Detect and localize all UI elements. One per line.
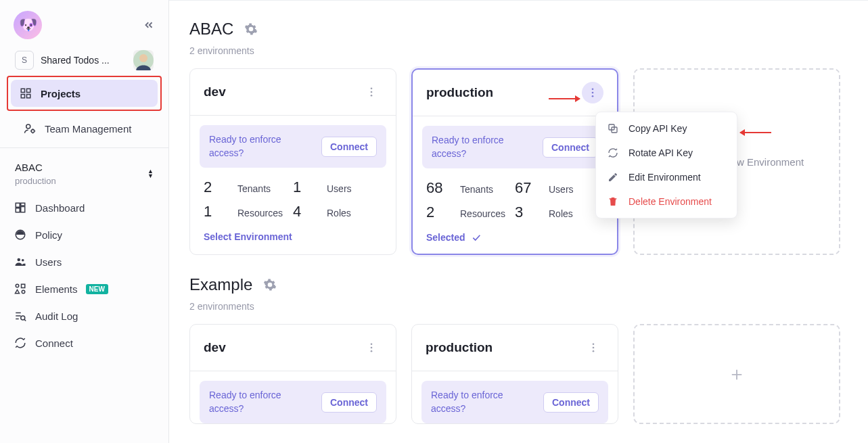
svg-rect-16 [22, 284, 25, 287]
svg-point-32 [371, 350, 373, 352]
selected-indicator: Selected [426, 232, 603, 243]
sidebar-item-policy[interactable]: Policy [5, 221, 163, 248]
connect-button[interactable]: Connect [321, 392, 377, 413]
sidebar-item-audit-log[interactable]: Audit Log [5, 302, 163, 329]
project-subtitle: 2 environments [189, 45, 848, 56]
stat-resources-value: 1 [204, 203, 227, 220]
sidebar-item-label: Dashboard [35, 202, 85, 214]
sidebar-item-projects[interactable]: Projects [11, 80, 158, 107]
check-icon [471, 232, 482, 243]
sidebar-item-label: Audit Log [35, 310, 78, 322]
sync-icon [14, 336, 27, 350]
environment-more-button[interactable] [582, 82, 603, 103]
svg-point-31 [371, 347, 373, 349]
elements-icon [14, 282, 27, 296]
menu-item-copy-api-key[interactable]: Copy API Key [596, 116, 737, 141]
workspace-selector[interactable]: S Shared Todos ... [9, 46, 159, 78]
trash-icon [607, 196, 619, 207]
menu-item-edit-environment[interactable]: Edit Environment [596, 165, 737, 189]
sidebar-item-connect[interactable]: Connect [5, 329, 163, 356]
menu-item-label: Delete Environment [629, 196, 712, 207]
stat-roles-value: 3 [515, 204, 538, 221]
sidebar-item-label: Team Management [45, 123, 131, 135]
svg-point-18 [22, 290, 25, 294]
stat-users-value: 1 [293, 179, 316, 196]
project-settings-button[interactable] [263, 278, 277, 292]
workspace-initial-badge: S [15, 51, 34, 70]
team-settings-icon [23, 122, 37, 135]
svg-rect-8 [16, 203, 20, 207]
app-logo[interactable] [14, 11, 42, 39]
project-settings-button[interactable] [244, 22, 258, 36]
workspace-name: Shared Todos ... [41, 55, 127, 66]
policy-icon [14, 228, 27, 241]
stat-roles-value: 4 [293, 203, 316, 220]
collapse-sidebar-button[interactable] [143, 19, 155, 31]
svg-rect-9 [21, 203, 25, 206]
new-environment-card[interactable]: ＋ [633, 324, 840, 424]
enforce-text: Ready to enforce access? [209, 133, 315, 160]
stat-label: Resources [460, 208, 505, 219]
menu-item-rotate-api-key[interactable]: Rotate API Key [596, 141, 737, 165]
sidebar-item-label: Connect [35, 337, 73, 349]
annotation-arrow [549, 98, 580, 99]
menu-item-label: Rotate API Key [629, 147, 693, 158]
sidebar-item-elements[interactable]: Elements NEW [5, 275, 163, 302]
svg-point-27 [592, 88, 594, 90]
plus-icon: ＋ [727, 361, 746, 387]
stat-resources-value: 2 [426, 204, 449, 221]
rotate-icon [607, 147, 619, 158]
avatar[interactable] [133, 50, 154, 70]
environment-more-button[interactable] [361, 337, 382, 358]
environment-card: dev Ready to enforce access? Connect [189, 324, 396, 424]
stat-label: Users [327, 183, 352, 194]
connect-button[interactable]: Connect [321, 137, 377, 157]
environment-card: dev Ready to enforce access? Connect 2Te… [189, 68, 396, 255]
svg-point-22 [21, 316, 25, 320]
annotation-highlight: Projects [7, 76, 162, 111]
environment-more-button[interactable] [361, 81, 382, 103]
connect-button[interactable]: Connect [543, 137, 598, 158]
svg-point-34 [593, 347, 595, 349]
environment-card: production Ready to enforce access? Conn… [411, 68, 618, 255]
menu-item-delete-environment[interactable]: Delete Environment [596, 189, 737, 214]
chevron-up-down-icon: ▲▼ [147, 169, 154, 179]
environment-more-button[interactable] [583, 337, 604, 358]
sidebar-item-label: Policy [35, 229, 62, 241]
environment-name: dev [204, 85, 226, 99]
svg-point-28 [592, 92, 594, 94]
grid-icon [19, 87, 32, 100]
svg-point-26 [371, 95, 373, 97]
project-subtitle: 2 environments [189, 301, 848, 312]
context-project: ABAC [15, 162, 56, 173]
sidebar-item-label: Projects [41, 88, 81, 99]
svg-point-29 [592, 95, 594, 97]
menu-item-label: Copy API Key [629, 123, 687, 134]
project-title: Example [189, 275, 252, 294]
stat-label: Tenants [237, 183, 271, 194]
stat-users-value: 67 [515, 179, 538, 197]
svg-point-24 [371, 87, 373, 89]
environment-name: production [426, 85, 493, 100]
svg-point-6 [26, 124, 30, 129]
sidebar-item-dashboard[interactable]: Dashboard [5, 194, 163, 221]
pencil-icon [607, 172, 619, 183]
sidebar-item-team-management[interactable]: Team Management [15, 115, 154, 142]
project-environment-switcher[interactable]: ABAC production ▲▼ [0, 152, 168, 190]
svg-point-13 [18, 258, 21, 262]
environment-actions-menu: Copy API Key Rotate API Key Edit Environ… [595, 112, 737, 218]
enforce-text: Ready to enforce access? [431, 389, 536, 415]
connect-button[interactable]: Connect [543, 392, 599, 413]
environment-card: production Ready to enforce access? Conn… [411, 324, 618, 424]
svg-point-33 [593, 344, 595, 346]
sidebar-item-users[interactable]: Users [5, 248, 163, 275]
sidebar-item-label: Elements [35, 283, 78, 295]
select-environment-link[interactable]: Select Environment [204, 231, 292, 242]
stat-label: Roles [327, 208, 351, 218]
stat-label: Users [549, 184, 574, 195]
sidebar: S Shared Todos ... Projects [0, 0, 169, 443]
stat-label: Roles [549, 208, 573, 219]
copy-icon [607, 123, 619, 134]
menu-item-label: Edit Environment [629, 172, 701, 183]
svg-rect-3 [27, 89, 30, 92]
